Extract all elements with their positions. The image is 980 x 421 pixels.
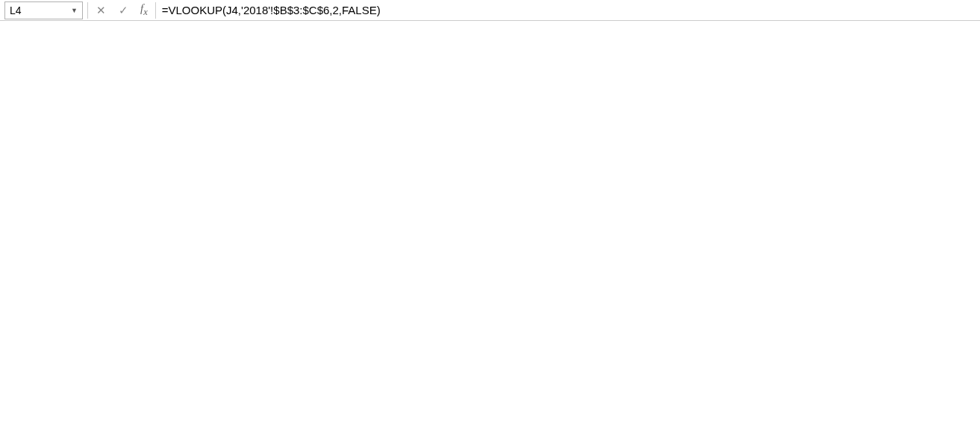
name-box-value: L4 xyxy=(10,4,22,16)
name-box[interactable]: L4 ▼ xyxy=(4,1,83,19)
separator xyxy=(87,2,88,19)
fx-icon[interactable]: fx xyxy=(140,2,148,18)
cancel-icon[interactable]: ✕ xyxy=(90,2,112,19)
separator xyxy=(155,2,156,19)
formula-input[interactable]: =VLOOKUP(J4,'2018'!$B$3:$C$6,2,FALSE) xyxy=(157,4,980,16)
formula-bar: L4 ▼ ✕ ✓ fx =VLOOKUP(J4,'2018'!$B$3:$C$6… xyxy=(0,0,980,21)
chevron-down-icon[interactable]: ▼ xyxy=(71,7,78,14)
check-icon[interactable]: ✓ xyxy=(112,2,134,19)
